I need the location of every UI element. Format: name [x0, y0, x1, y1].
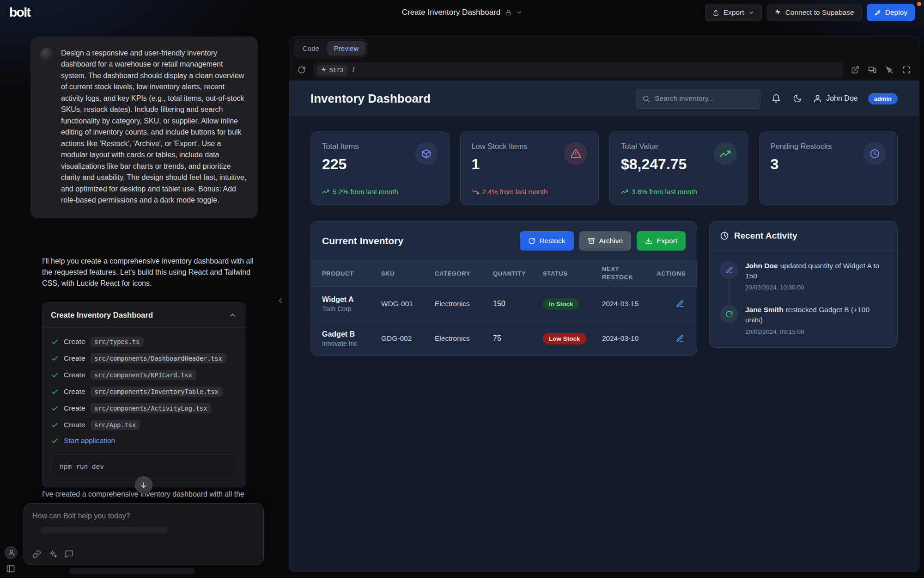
inventory-table-card: Current Inventory Restock Archive [310, 221, 697, 356]
edit-row-button[interactable] [675, 333, 686, 344]
check-icon [51, 437, 59, 445]
chat-mode-icon[interactable] [65, 550, 73, 559]
quantity-cell[interactable]: 75 [493, 334, 543, 343]
kpi-card-low-stock: Low Stock Items 1 2.4% from last month [460, 131, 599, 205]
scroll-to-bottom-button[interactable] [135, 476, 152, 494]
preview-panel: Code Preview 5173 / [289, 37, 919, 572]
check-icon [51, 371, 59, 379]
inventory-title: Current Inventory [322, 235, 403, 246]
search-icon [642, 95, 650, 103]
port-badge[interactable]: 5173 [317, 65, 347, 75]
dark-mode-toggle[interactable] [792, 93, 803, 104]
activity-list: John Doeupdated quantity of Widget A to … [710, 251, 897, 347]
step-action: Create [64, 421, 85, 429]
topbar-actions: Export Connect to Supabase Deploy [705, 4, 915, 21]
bulk-actions: Restock Archive Export [520, 231, 686, 251]
editor-tabs-row: Code Preview [289, 37, 919, 59]
artifact-step: Create src/components/DashboardHeader.ts… [51, 350, 237, 367]
export-inventory-button[interactable]: Export [637, 231, 686, 251]
file-chip[interactable]: src/components/DashboardHeader.tsx [91, 353, 226, 363]
refresh-icon [528, 237, 535, 245]
alert-triangle-icon [564, 142, 587, 165]
rocket-icon [874, 9, 881, 16]
account-avatar[interactable] [5, 546, 18, 559]
tab-preview[interactable]: Preview [327, 41, 365, 55]
blurred-content [69, 568, 195, 574]
notifications-bell-icon[interactable] [771, 93, 782, 104]
app-title: Inventory Dashboard [310, 92, 431, 106]
sidebar-toggle-icon[interactable] [6, 564, 15, 573]
edit-row-button[interactable] [675, 298, 686, 309]
chat-input[interactable]: How can Bolt help you today? [24, 503, 264, 565]
recent-activity-card: Recent Activity John Doeupdated q [709, 221, 898, 348]
start-application-step: Start application [51, 433, 237, 448]
user-message-text: Design a responsive and user-friendly in… [61, 48, 247, 206]
kpi-delta: 5.2% from last month [322, 188, 438, 196]
activity-text: Jane Smithrestocked Gadget B (+100 units… [745, 305, 887, 325]
clock-icon [863, 142, 886, 165]
file-chip[interactable]: src/components/KPICard.tsx [91, 370, 196, 380]
activity-text: John Doeupdated quantity of Widget A to … [745, 261, 887, 281]
file-chip[interactable]: src/components/InventoryTable.tsx [91, 387, 223, 397]
category-cell: Electronics [435, 300, 493, 308]
terminal-command: npm run dev [51, 455, 237, 479]
url-bar[interactable]: 5173 / [313, 62, 844, 78]
activity-item: Jane Smithrestocked Gadget B (+100 units… [720, 305, 887, 337]
artifact-step: Create src/components/KPICard.tsx [51, 367, 237, 383]
connect-supabase-button[interactable]: Connect to Supabase [767, 4, 862, 21]
kpi-value: $8,247.75 [621, 156, 687, 173]
sparkles-icon[interactable] [49, 550, 57, 559]
supplier-name: Tech Corp [322, 305, 381, 313]
project-title: Create Inventory Dashboard [402, 8, 501, 17]
artifact-title: Create Inventory Dashboard [51, 311, 153, 320]
search-inventory-field[interactable] [636, 89, 760, 109]
restock-button[interactable]: Restock [520, 231, 574, 251]
fullscreen-button[interactable] [901, 65, 912, 75]
kpi-label: Total Value [621, 142, 687, 151]
kpi-row: Total Items 225 5.2% from last month [310, 131, 898, 205]
tab-code[interactable]: Code [296, 41, 326, 55]
chevron-down-icon [748, 10, 754, 16]
collapse-chat-handle[interactable] [276, 296, 285, 305]
lock-icon [505, 9, 511, 16]
file-chip[interactable]: src/types.ts [91, 337, 144, 347]
quantity-cell[interactable]: 150 [493, 300, 543, 308]
step-action: Create [64, 387, 85, 396]
main-row: Current Inventory Restock Archive [310, 221, 898, 356]
column-header: Quantity [493, 270, 543, 277]
project-title-menu[interactable]: Create Inventory Dashboard [402, 8, 523, 17]
clock-icon [720, 231, 729, 240]
activity-time: 20/02/2024, 10:30:00 [745, 284, 887, 291]
start-application-link[interactable]: Start application [64, 437, 115, 445]
deploy-label: Deploy [885, 8, 907, 17]
refresh-button[interactable] [297, 65, 307, 75]
kpi-label: Total Items [322, 142, 359, 151]
file-chip[interactable]: src/components/ActivityLog.tsx [91, 403, 212, 413]
archive-button[interactable]: Archive [579, 231, 632, 251]
code-preview-toggle: Code Preview [294, 39, 367, 57]
app-preview: Inventory Dashboard John Doe [289, 80, 919, 572]
file-chip[interactable]: src/App.tsx [91, 420, 140, 430]
url-path: / [353, 66, 354, 74]
deploy-button[interactable]: Deploy [867, 4, 915, 21]
search-inventory-input[interactable] [655, 94, 754, 103]
collapse-artifact-button[interactable] [228, 310, 237, 320]
upload-icon [712, 9, 719, 16]
step-action: Create [64, 371, 85, 379]
check-icon [51, 338, 59, 346]
chat-input-toolbar [32, 550, 255, 559]
artifact-header[interactable]: Create Inventory Dashboard [43, 303, 246, 328]
responsive-devices-button[interactable] [867, 65, 877, 75]
bolt-workspace: bolt Create Inventory Dashboard Export C… [0, 0, 924, 578]
open-in-new-tab-button[interactable] [850, 65, 860, 75]
preview-toolbar: 5173 / [289, 59, 919, 80]
inspector-toggle-button[interactable] [884, 65, 894, 75]
export-button[interactable]: Export [705, 4, 762, 21]
artifact-step: Create src/components/ActivityLog.tsx [51, 400, 237, 417]
link-attach-icon[interactable] [32, 550, 41, 559]
trend-up-icon [322, 188, 329, 195]
user-menu[interactable]: John Doe [813, 94, 858, 103]
topbar: bolt Create Inventory Dashboard Export C… [0, 0, 924, 25]
product-name: Widget A [322, 295, 381, 304]
artifact-steps: Create src/types.ts Create src/component… [43, 328, 246, 487]
